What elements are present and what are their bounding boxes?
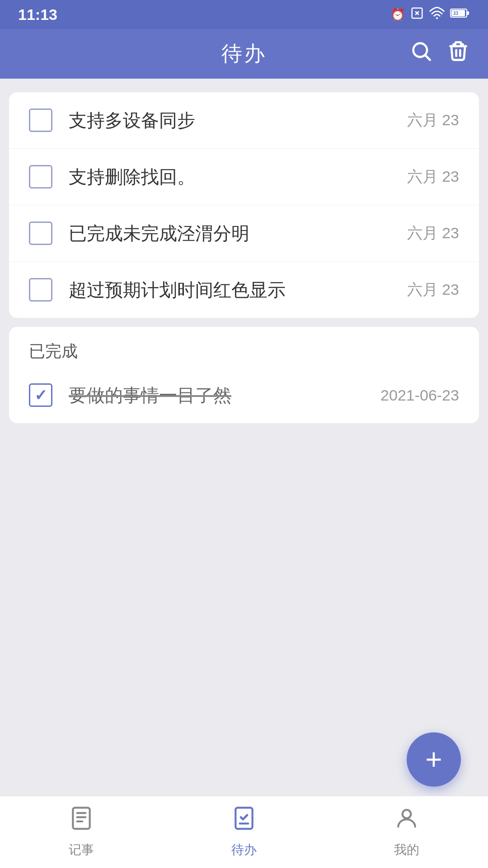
todo-item[interactable]: 已完成未完成泾渭分明 六月 23: [9, 205, 479, 262]
status-icons: ⏰ 33: [390, 6, 470, 23]
header-actions: [409, 39, 470, 68]
svg-rect-5: [467, 11, 469, 15]
todo-date-1: 六月 23: [407, 110, 459, 131]
bottom-navigation: 记事 待办 我的: [0, 796, 488, 868]
completed-text-1: 要做的事情一目了然: [69, 383, 355, 407]
trash-button[interactable]: [446, 39, 470, 68]
todo-text-4: 超过预期计划时间红色显示: [69, 278, 382, 302]
completed-item[interactable]: 要做的事情一目了然 2021-06-23: [9, 367, 479, 423]
todo-item[interactable]: 支持删除找回。 六月 23: [9, 149, 479, 205]
todo-nav-icon: [231, 806, 257, 837]
add-todo-button[interactable]: +: [407, 732, 461, 787]
page-title: 待办: [221, 40, 267, 68]
todo-text-1: 支持多设备同步: [69, 108, 382, 132]
nav-label-notes: 记事: [69, 841, 94, 859]
add-icon: +: [425, 743, 442, 776]
svg-point-16: [403, 810, 411, 818]
status-bar: 11:13 ⏰ 33: [0, 0, 488, 29]
todo-item[interactable]: 支持多设备同步 六月 23: [9, 92, 479, 149]
search-button[interactable]: [409, 39, 433, 68]
svg-text:33: 33: [453, 11, 459, 16]
todo-card: 支持多设备同步 六月 23 支持删除找回。 六月 23 已完成未完成泾渭分明 六…: [9, 92, 479, 318]
wifi-icon: [429, 7, 445, 23]
todo-checkbox-3[interactable]: [29, 222, 52, 245]
todo-checkbox-4[interactable]: [29, 278, 52, 302]
nav-label-todo: 待办: [231, 841, 257, 859]
app-header: 待办: [0, 29, 488, 79]
svg-line-9: [426, 56, 430, 60]
todo-text-3: 已完成未完成泾渭分明: [69, 222, 382, 245]
battery-icon: 33: [450, 8, 470, 22]
nav-item-notes[interactable]: 记事: [0, 806, 163, 859]
profile-icon: [394, 806, 419, 837]
svg-point-3: [436, 17, 438, 19]
svg-rect-10: [73, 808, 89, 829]
completed-date-1: 2021-06-23: [380, 387, 459, 404]
completed-card: 已完成 要做的事情一目了然 2021-06-23: [9, 327, 479, 423]
todo-date-2: 六月 23: [407, 166, 459, 187]
status-time: 11:13: [18, 6, 57, 24]
todo-date-3: 六月 23: [407, 223, 459, 244]
todo-checkbox-1[interactable]: [29, 108, 52, 132]
todo-text-2: 支持删除找回。: [69, 165, 382, 189]
todo-checkbox-2[interactable]: [29, 165, 52, 189]
nav-item-todo[interactable]: 待办: [163, 806, 325, 859]
completed-section-header: 已完成: [9, 327, 479, 367]
completed-checkbox-1[interactable]: [29, 383, 52, 407]
alarm-icon: ⏰: [390, 8, 405, 22]
nav-label-profile: 我的: [394, 841, 419, 859]
main-content: 支持多设备同步 六月 23 支持删除找回。 六月 23 已完成未完成泾渭分明 六…: [0, 79, 488, 437]
nav-item-profile[interactable]: 我的: [325, 806, 488, 859]
signal-icon: [410, 6, 424, 23]
todo-item[interactable]: 超过预期计划时间红色显示 六月 23: [9, 262, 479, 318]
todo-date-4: 六月 23: [407, 279, 459, 300]
notes-icon: [69, 806, 94, 837]
